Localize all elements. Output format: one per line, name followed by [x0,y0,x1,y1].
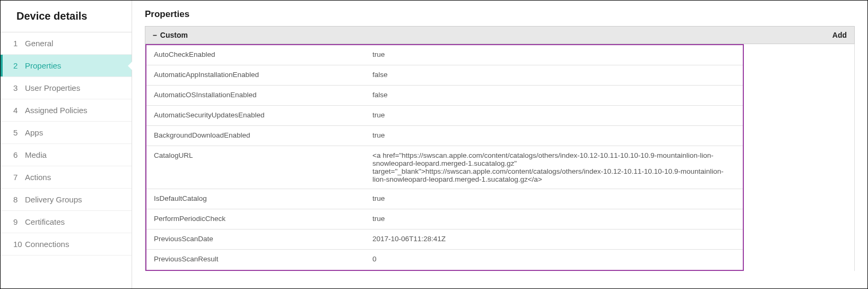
sidebar-item-label: Actions [25,173,51,182]
property-value: 2017-10-06T11:28:41Z [372,230,743,249]
sidebar-item-label: Delivery Groups [25,195,82,204]
actions-column [744,44,854,271]
table-row: BackgroundDownloadEnabled true [146,126,743,146]
property-value: true [372,209,743,229]
property-key: PerformPeriodicCheck [146,209,372,229]
main-panel: Properties – Custom Add AutoCheckEnabled… [132,1,867,288]
table-row: CatalogURL <a href="https://swscan.apple… [146,146,743,189]
sidebar-item-label: Media [25,150,47,159]
sidebar-item-actions[interactable]: 7Actions [1,166,132,189]
property-key: BackgroundDownloadEnabled [146,126,372,146]
sidebar-item-num: 3 [13,83,25,92]
sidebar-item-num: 9 [13,217,25,226]
property-key: CatalogURL [146,146,372,189]
table-row: AutomaticOSInstallationEnabled false [146,86,743,106]
table-row: AutoCheckEnabled true [146,45,743,65]
sidebar-item-num: 4 [13,106,25,115]
sidebar-item-certificates[interactable]: 9Certificates [1,211,132,233]
sidebar-item-label: Properties [25,61,61,70]
property-key: AutomaticAppInstallationEnabled [146,65,372,85]
property-key: PreviousScanResult [146,250,372,270]
sidebar-item-delivery-groups[interactable]: 8Delivery Groups [1,189,132,211]
table-row: PerformPeriodicCheck true [146,209,743,230]
highlighted-properties: AutoCheckEnabled true AutomaticAppInstal… [145,44,744,271]
add-button[interactable]: Add [832,31,847,39]
sidebar-item-label: User Properties [25,83,80,92]
sidebar-item-user-properties[interactable]: 3User Properties [1,77,132,99]
property-value: true [372,126,743,146]
section-toggle[interactable]: – Custom [153,31,188,39]
table-row: AutomaticAppInstallationEnabled false [146,65,743,86]
page-title: Properties [145,9,855,20]
property-value: true [372,106,743,125]
property-value: true [372,45,743,65]
table-row: PreviousScanDate 2017-10-06T11:28:41Z [146,230,743,250]
sidebar-item-num: 8 [13,195,25,204]
sidebar-item-label: Certificates [25,217,65,226]
sidebar-item-num: 5 [13,128,25,137]
sidebar-item-label: General [25,39,53,48]
property-value: false [372,86,743,105]
table-row: AutomaticSecurityUpdatesEnabled true [146,106,743,126]
sidebar-item-num: 1 [13,39,25,48]
property-value: 0 [372,250,743,270]
sidebar-item-label: Apps [25,128,43,137]
table-row: IsDefaultCatalog true [146,189,743,209]
sidebar-item-num: 10 [13,240,25,249]
sidebar-item-num: 7 [13,173,25,182]
sidebar-item-assigned-policies[interactable]: 4Assigned Policies [1,99,132,122]
sidebar-item-properties[interactable]: 2Properties [1,55,132,77]
section-label: Custom [160,31,188,39]
collapse-icon: – [153,31,157,39]
sidebar-item-general[interactable]: 1General [1,32,132,55]
sidebar-item-media[interactable]: 6Media [1,144,132,166]
property-value: <a href="https://swscan.apple.com/conten… [372,146,743,189]
property-value: true [372,189,743,209]
app-container: Device details 1General 2Properties 3Use… [0,0,868,289]
sidebar-item-num: 2 [13,61,25,70]
section-header-custom: – Custom Add [145,26,855,44]
sidebar-item-label: Connections [25,240,69,249]
property-key: AutomaticOSInstallationEnabled [146,86,372,105]
property-value: false [372,65,743,85]
sidebar-item-connections[interactable]: 10Connections [1,233,132,256]
properties-table: AutoCheckEnabled true AutomaticAppInstal… [145,44,855,271]
table-row: PreviousScanResult 0 [146,250,743,270]
sidebar-item-num: 6 [13,150,25,159]
sidebar-item-apps[interactable]: 5Apps [1,122,132,144]
property-key: AutomaticSecurityUpdatesEnabled [146,106,372,125]
sidebar: Device details 1General 2Properties 3Use… [1,1,132,288]
sidebar-title: Device details [1,1,132,32]
property-key: PreviousScanDate [146,230,372,249]
property-key: AutoCheckEnabled [146,45,372,65]
property-key: IsDefaultCatalog [146,189,372,209]
sidebar-item-label: Assigned Policies [25,106,88,115]
